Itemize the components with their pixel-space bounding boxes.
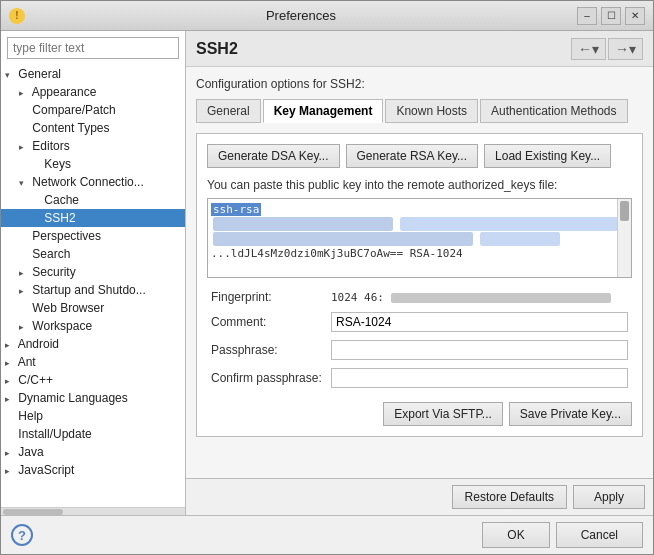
arrow-icon: ▸ <box>5 466 15 476</box>
arrow-icon <box>19 106 29 116</box>
sidebar-item-label: Compare/Patch <box>32 103 115 117</box>
confirm-passphrase-row: Confirm passphrase: <box>207 364 632 392</box>
sidebar-item-keys[interactable]: Keys <box>1 155 185 173</box>
passphrase-row: Passphrase: <box>207 336 632 364</box>
arrow-icon: ▸ <box>5 394 15 404</box>
key-scrollbar-thumb <box>620 201 629 221</box>
sidebar-item-ssh2[interactable]: SSH2 <box>1 209 185 227</box>
title-bar: ! Preferences – ☐ ✕ <box>1 1 653 31</box>
main-footer: Restore Defaults Apply <box>186 478 653 515</box>
sidebar-item-appearance[interactable]: ▸ Appearance <box>1 83 185 101</box>
sidebar-item-cpp[interactable]: ▸ C/C++ <box>1 371 185 389</box>
help-icon[interactable]: ? <box>11 524 33 546</box>
confirm-passphrase-value-cell <box>327 364 632 392</box>
sidebar-item-label: Java <box>18 445 43 459</box>
sidebar-item-label: JavaScript <box>18 463 74 477</box>
config-label: Configuration options for SSH2: <box>196 77 643 91</box>
sidebar-item-label: Web Browser <box>32 301 104 315</box>
arrow-icon: ▸ <box>19 286 29 296</box>
cancel-button[interactable]: Cancel <box>556 522 643 548</box>
sidebar-item-general[interactable]: ▾ General <box>1 65 185 83</box>
content-area: ▾ General ▸ Appearance Compare/Patch Con… <box>1 31 653 515</box>
sidebar-item-label: Workspace <box>32 319 92 333</box>
sidebar-item-search[interactable]: Search <box>1 245 185 263</box>
footer-right: OK Cancel <box>482 522 643 548</box>
sidebar-item-label: SSH2 <box>44 211 75 225</box>
tab-auth-methods[interactable]: Authentication Methods <box>480 99 627 123</box>
fingerprint-value-cell: 1024 46: <box>327 286 632 308</box>
sidebar-filter-area <box>1 31 185 63</box>
sidebar-item-android[interactable]: ▸ Android <box>1 335 185 353</box>
key-blurred-segment-1 <box>213 217 393 231</box>
sidebar-item-perspectives[interactable]: Perspectives <box>1 227 185 245</box>
window-title: Preferences <box>25 8 577 23</box>
key-scrollbar[interactable] <box>617 199 631 277</box>
sidebar-item-web-browser[interactable]: Web Browser <box>1 299 185 317</box>
sidebar-item-java[interactable]: ▸ Java <box>1 443 185 461</box>
tab-key-management[interactable]: Key Management <box>263 99 384 123</box>
sidebar-item-label: Editors <box>32 139 69 153</box>
sidebar-item-label: Cache <box>44 193 79 207</box>
minimize-button[interactable]: – <box>577 7 597 25</box>
sidebar-item-editors[interactable]: ▸ Editors <box>1 137 185 155</box>
maximize-button[interactable]: ☐ <box>601 7 621 25</box>
sidebar: ▾ General ▸ Appearance Compare/Patch Con… <box>1 31 186 515</box>
arrow-icon: ▸ <box>5 448 15 458</box>
scrollbar-thumb <box>3 509 63 515</box>
sidebar-item-content-types[interactable]: Content Types <box>1 119 185 137</box>
key-blurred-segment-3 <box>213 232 473 246</box>
sidebar-item-label: Help <box>18 409 43 423</box>
sidebar-item-cache[interactable]: Cache <box>1 191 185 209</box>
tab-bar: General Key Management Known Hosts Authe… <box>196 99 643 123</box>
sidebar-tree: ▾ General ▸ Appearance Compare/Patch Con… <box>1 63 185 507</box>
export-sftp-button[interactable]: Export Via SFTP... <box>383 402 503 426</box>
sidebar-item-startup-shutdown[interactable]: ▸ Startup and Shutdo... <box>1 281 185 299</box>
arrow-icon <box>19 304 29 314</box>
sidebar-item-compare-patch[interactable]: Compare/Patch <box>1 101 185 119</box>
sidebar-item-help[interactable]: Help <box>1 407 185 425</box>
filter-input[interactable] <box>7 37 179 59</box>
restore-defaults-button[interactable]: Restore Defaults <box>452 485 567 509</box>
sidebar-item-javascript[interactable]: ▸ JavaScript <box>1 461 185 479</box>
main-body: Configuration options for SSH2: General … <box>186 67 653 478</box>
main-header: SSH2 ←▾ →▾ <box>186 31 653 67</box>
generate-dsa-button[interactable]: Generate DSA Key... <box>207 144 340 168</box>
fingerprint-label: Fingerprint: <box>207 286 327 308</box>
apply-button[interactable]: Apply <box>573 485 645 509</box>
arrow-icon: ▸ <box>19 322 29 332</box>
sidebar-item-label: Android <box>18 337 59 351</box>
arrow-icon: ▾ <box>19 178 29 188</box>
sidebar-item-dynamic-languages[interactable]: ▸ Dynamic Languages <box>1 389 185 407</box>
sidebar-item-label: Perspectives <box>32 229 101 243</box>
sidebar-item-ant[interactable]: ▸ Ant <box>1 353 185 371</box>
confirm-passphrase-label: Confirm passphrase: <box>207 364 327 392</box>
passphrase-input[interactable] <box>331 340 628 360</box>
sidebar-horizontal-scrollbar[interactable] <box>1 507 185 515</box>
comment-input[interactable] <box>331 312 628 332</box>
sidebar-item-label: Dynamic Languages <box>18 391 127 405</box>
sidebar-item-workspace[interactable]: ▸ Workspace <box>1 317 185 335</box>
sidebar-item-label: Ant <box>18 355 36 369</box>
generate-rsa-button[interactable]: Generate RSA Key... <box>346 144 479 168</box>
export-save-buttons: Export Via SFTP... Save Private Key... <box>207 402 632 426</box>
back-button[interactable]: ←▾ <box>571 38 606 60</box>
comment-row: Comment: <box>207 308 632 336</box>
sidebar-item-security[interactable]: ▸ Security <box>1 263 185 281</box>
sidebar-item-install-update[interactable]: Install/Update <box>1 425 185 443</box>
main-panel: SSH2 ←▾ →▾ Configuration options for SSH… <box>186 31 653 515</box>
sidebar-item-label: Keys <box>44 157 71 171</box>
arrow-icon <box>19 232 29 242</box>
tab-general[interactable]: General <box>196 99 261 123</box>
ok-button[interactable]: OK <box>482 522 549 548</box>
forward-button[interactable]: →▾ <box>608 38 643 60</box>
key-end-text: ...ldJL4sMz0dzi0mKj3uBC7oAw== RSA-1024 <box>211 247 463 260</box>
comment-label: Comment: <box>207 308 327 336</box>
close-button[interactable]: ✕ <box>625 7 645 25</box>
save-private-key-button[interactable]: Save Private Key... <box>509 402 632 426</box>
sidebar-item-network-connection[interactable]: ▾ Network Connectio... <box>1 173 185 191</box>
confirm-passphrase-input[interactable] <box>331 368 628 388</box>
arrow-icon <box>31 160 41 170</box>
fingerprint-row: Fingerprint: 1024 46: <box>207 286 632 308</box>
load-existing-button[interactable]: Load Existing Key... <box>484 144 611 168</box>
tab-known-hosts[interactable]: Known Hosts <box>385 99 478 123</box>
